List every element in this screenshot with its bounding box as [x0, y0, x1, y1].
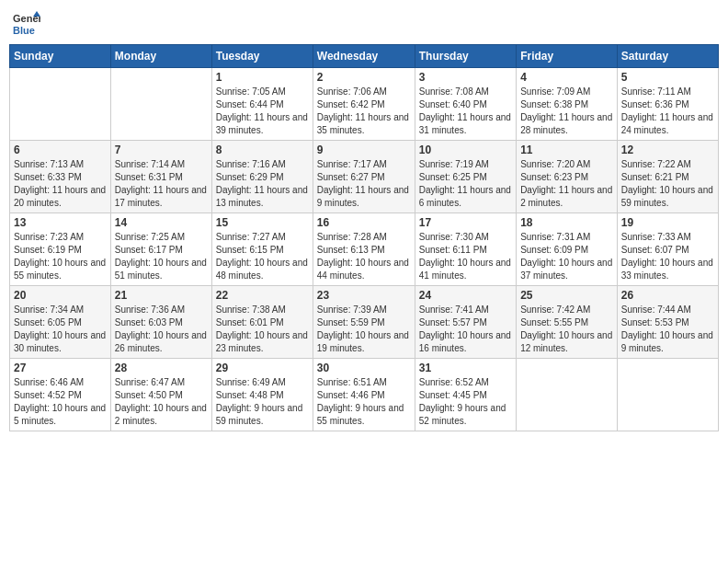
day-number: 24: [419, 289, 512, 302]
day-number: 8: [216, 144, 309, 156]
calendar-cell: 10Sunrise: 7:19 AM Sunset: 6:25 PM Dayli…: [415, 141, 516, 213]
calendar-cell: 27Sunrise: 6:46 AM Sunset: 4:52 PM Dayli…: [10, 359, 111, 431]
day-of-week-header: Friday: [517, 45, 618, 68]
day-number: 31: [419, 362, 512, 374]
day-info: Sunrise: 7:06 AM Sunset: 6:42 PM Dayligh…: [317, 86, 411, 137]
day-info: Sunrise: 7:09 AM Sunset: 6:38 PM Dayligh…: [520, 86, 613, 137]
day-number: 11: [520, 144, 613, 156]
day-info: Sunrise: 7:20 AM Sunset: 6:23 PM Dayligh…: [520, 158, 613, 210]
day-number: 19: [621, 216, 714, 229]
calendar-week-row: 6Sunrise: 7:13 AM Sunset: 6:33 PM Daylig…: [10, 141, 719, 213]
calendar-cell: 8Sunrise: 7:16 AM Sunset: 6:29 PM Daylig…: [211, 141, 313, 213]
day-number: 13: [14, 216, 107, 229]
day-of-week-header: Monday: [110, 45, 211, 68]
calendar-cell: 22Sunrise: 7:38 AM Sunset: 6:01 PM Dayli…: [211, 286, 313, 359]
day-info: Sunrise: 7:08 AM Sunset: 6:40 PM Dayligh…: [419, 86, 512, 137]
calendar-cell: 13Sunrise: 7:23 AM Sunset: 6:19 PM Dayli…: [10, 213, 111, 286]
day-of-week-header: Sunday: [10, 45, 111, 68]
day-info: Sunrise: 7:13 AM Sunset: 6:33 PM Dayligh…: [14, 158, 107, 210]
day-number: 1: [216, 71, 309, 84]
svg-text:Blue: Blue: [13, 25, 35, 36]
day-info: Sunrise: 7:44 AM Sunset: 5:53 PM Dayligh…: [621, 304, 714, 355]
day-number: 27: [14, 362, 107, 374]
day-info: Sunrise: 6:51 AM Sunset: 4:46 PM Dayligh…: [317, 376, 411, 428]
calendar-cell: [10, 68, 111, 141]
day-info: Sunrise: 7:23 AM Sunset: 6:19 PM Dayligh…: [14, 231, 107, 282]
calendar-cell: 28Sunrise: 6:47 AM Sunset: 4:50 PM Dayli…: [110, 359, 211, 431]
day-number: 16: [317, 216, 411, 229]
day-info: Sunrise: 7:25 AM Sunset: 6:17 PM Dayligh…: [115, 231, 208, 282]
calendar-cell: 12Sunrise: 7:22 AM Sunset: 6:21 PM Dayli…: [617, 141, 718, 213]
day-info: Sunrise: 7:11 AM Sunset: 6:36 PM Dayligh…: [621, 86, 714, 137]
day-info: Sunrise: 7:05 AM Sunset: 6:44 PM Dayligh…: [216, 86, 309, 137]
day-number: 2: [317, 71, 411, 84]
day-info: Sunrise: 7:16 AM Sunset: 6:29 PM Dayligh…: [216, 158, 309, 210]
day-number: 5: [621, 71, 714, 84]
day-info: Sunrise: 7:41 AM Sunset: 5:57 PM Dayligh…: [419, 304, 512, 355]
day-info: Sunrise: 7:34 AM Sunset: 6:05 PM Dayligh…: [14, 304, 107, 355]
calendar-cell: [517, 359, 618, 431]
calendar-cell: 9Sunrise: 7:17 AM Sunset: 6:27 PM Daylig…: [313, 141, 415, 213]
calendar-cell: 31Sunrise: 6:52 AM Sunset: 4:45 PM Dayli…: [415, 359, 516, 431]
calendar-cell: 21Sunrise: 7:36 AM Sunset: 6:03 PM Dayli…: [110, 286, 211, 359]
day-number: 25: [520, 289, 613, 302]
day-info: Sunrise: 7:17 AM Sunset: 6:27 PM Dayligh…: [317, 158, 411, 210]
day-number: 26: [621, 289, 714, 302]
calendar-cell: 14Sunrise: 7:25 AM Sunset: 6:17 PM Dayli…: [110, 213, 211, 286]
calendar-cell: 6Sunrise: 7:13 AM Sunset: 6:33 PM Daylig…: [10, 141, 111, 213]
day-of-week-header: Wednesday: [313, 45, 415, 68]
calendar-cell: 16Sunrise: 7:28 AM Sunset: 6:13 PM Dayli…: [313, 213, 415, 286]
calendar-cell: 4Sunrise: 7:09 AM Sunset: 6:38 PM Daylig…: [517, 68, 618, 141]
day-number: 30: [317, 362, 411, 374]
calendar-cell: 25Sunrise: 7:42 AM Sunset: 5:55 PM Dayli…: [517, 286, 618, 359]
calendar-header-row: SundayMondayTuesdayWednesdayThursdayFrid…: [10, 45, 719, 68]
day-info: Sunrise: 7:33 AM Sunset: 6:07 PM Dayligh…: [621, 231, 714, 282]
day-number: 10: [419, 144, 512, 156]
day-info: Sunrise: 7:31 AM Sunset: 6:09 PM Dayligh…: [520, 231, 613, 282]
calendar-cell: 19Sunrise: 7:33 AM Sunset: 6:07 PM Dayli…: [617, 213, 718, 286]
calendar-cell: 11Sunrise: 7:20 AM Sunset: 6:23 PM Dayli…: [517, 141, 618, 213]
day-of-week-header: Tuesday: [211, 45, 313, 68]
day-info: Sunrise: 7:19 AM Sunset: 6:25 PM Dayligh…: [419, 158, 512, 210]
day-info: Sunrise: 7:39 AM Sunset: 5:59 PM Dayligh…: [317, 304, 411, 355]
day-info: Sunrise: 6:47 AM Sunset: 4:50 PM Dayligh…: [115, 376, 208, 428]
day-number: 23: [317, 289, 411, 302]
day-info: Sunrise: 7:42 AM Sunset: 5:55 PM Dayligh…: [520, 304, 613, 355]
day-info: Sunrise: 7:36 AM Sunset: 6:03 PM Dayligh…: [115, 304, 208, 355]
day-of-week-header: Thursday: [415, 45, 516, 68]
day-info: Sunrise: 7:14 AM Sunset: 6:31 PM Dayligh…: [115, 158, 208, 210]
calendar-week-row: 1Sunrise: 7:05 AM Sunset: 6:44 PM Daylig…: [10, 68, 719, 141]
day-number: 14: [115, 216, 208, 229]
calendar-cell: 29Sunrise: 6:49 AM Sunset: 4:48 PM Dayli…: [211, 359, 313, 431]
calendar-week-row: 13Sunrise: 7:23 AM Sunset: 6:19 PM Dayli…: [10, 213, 719, 286]
calendar-cell: 7Sunrise: 7:14 AM Sunset: 6:31 PM Daylig…: [110, 141, 211, 213]
day-info: Sunrise: 6:49 AM Sunset: 4:48 PM Dayligh…: [216, 376, 309, 428]
day-number: 28: [115, 362, 208, 374]
calendar-cell: 20Sunrise: 7:34 AM Sunset: 6:05 PM Dayli…: [10, 286, 111, 359]
day-info: Sunrise: 6:52 AM Sunset: 4:45 PM Dayligh…: [419, 376, 512, 428]
calendar-cell: 1Sunrise: 7:05 AM Sunset: 6:44 PM Daylig…: [211, 68, 313, 141]
day-number: 20: [14, 289, 107, 302]
calendar-cell: 5Sunrise: 7:11 AM Sunset: 6:36 PM Daylig…: [617, 68, 718, 141]
day-of-week-header: Saturday: [617, 45, 718, 68]
calendar-week-row: 20Sunrise: 7:34 AM Sunset: 6:05 PM Dayli…: [10, 286, 719, 359]
day-number: 29: [216, 362, 309, 374]
calendar-table: SundayMondayTuesdayWednesdayThursdayFrid…: [9, 44, 719, 431]
day-number: 4: [520, 71, 613, 84]
day-number: 6: [14, 144, 107, 156]
day-info: Sunrise: 7:22 AM Sunset: 6:21 PM Dayligh…: [621, 158, 714, 210]
calendar-cell: [617, 359, 718, 431]
day-number: 15: [216, 216, 309, 229]
calendar-cell: 26Sunrise: 7:44 AM Sunset: 5:53 PM Dayli…: [617, 286, 718, 359]
calendar-cell: 17Sunrise: 7:30 AM Sunset: 6:11 PM Dayli…: [415, 213, 516, 286]
calendar-cell: 15Sunrise: 7:27 AM Sunset: 6:15 PM Dayli…: [211, 213, 313, 286]
calendar-cell: 3Sunrise: 7:08 AM Sunset: 6:40 PM Daylig…: [415, 68, 516, 141]
day-info: Sunrise: 7:27 AM Sunset: 6:15 PM Dayligh…: [216, 231, 309, 282]
day-number: 18: [520, 216, 613, 229]
calendar-cell: 30Sunrise: 6:51 AM Sunset: 4:46 PM Dayli…: [313, 359, 415, 431]
day-number: 21: [115, 289, 208, 302]
day-info: Sunrise: 7:38 AM Sunset: 6:01 PM Dayligh…: [216, 304, 309, 355]
calendar-cell: 18Sunrise: 7:31 AM Sunset: 6:09 PM Dayli…: [517, 213, 618, 286]
day-number: 3: [419, 71, 512, 84]
day-number: 12: [621, 144, 714, 156]
